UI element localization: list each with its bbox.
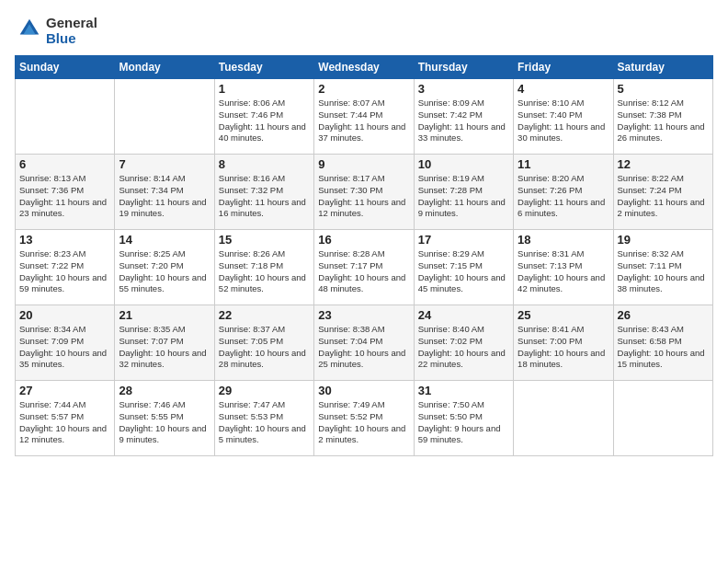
calendar-week-row: 27Sunrise: 7:44 AM Sunset: 5:57 PM Dayli…	[16, 381, 713, 456]
calendar-cell: 19Sunrise: 8:32 AM Sunset: 7:11 PM Dayli…	[613, 230, 712, 305]
calendar-body: 1Sunrise: 8:06 AM Sunset: 7:46 PM Daylig…	[16, 79, 713, 456]
calendar-week-row: 20Sunrise: 8:34 AM Sunset: 7:09 PM Dayli…	[16, 305, 713, 381]
day-info: Sunrise: 8:29 AM Sunset: 7:15 PM Dayligh…	[418, 248, 509, 295]
day-number: 18	[518, 233, 609, 247]
day-number: 21	[119, 308, 210, 322]
logo: General Blue	[15, 15, 97, 46]
day-number: 23	[318, 308, 409, 322]
calendar-cell: 7Sunrise: 8:14 AM Sunset: 7:34 PM Daylig…	[115, 155, 214, 230]
calendar-cell: 10Sunrise: 8:19 AM Sunset: 7:28 PM Dayli…	[414, 155, 513, 230]
day-number: 17	[418, 233, 509, 247]
calendar-cell: 14Sunrise: 8:25 AM Sunset: 7:20 PM Dayli…	[115, 230, 214, 305]
day-number: 19	[618, 233, 709, 247]
day-number: 3	[418, 82, 509, 96]
day-number: 25	[518, 308, 609, 322]
day-number: 13	[19, 233, 110, 247]
calendar-cell: 30Sunrise: 7:49 AM Sunset: 5:52 PM Dayli…	[314, 381, 414, 456]
day-number: 15	[219, 233, 310, 247]
calendar-cell: 3Sunrise: 8:09 AM Sunset: 7:42 PM Daylig…	[414, 79, 513, 155]
day-info: Sunrise: 8:13 AM Sunset: 7:36 PM Dayligh…	[19, 173, 110, 220]
weekday-header: Wednesday	[314, 56, 414, 79]
day-info: Sunrise: 8:06 AM Sunset: 7:46 PM Dayligh…	[219, 98, 310, 144]
day-number: 14	[119, 233, 210, 247]
calendar-cell: 11Sunrise: 8:20 AM Sunset: 7:26 PM Dayli…	[514, 155, 613, 230]
day-number: 24	[418, 308, 509, 322]
weekday-header: Sunday	[16, 56, 115, 79]
day-number: 26	[618, 308, 709, 322]
weekday-header: Saturday	[613, 56, 712, 79]
calendar-cell	[613, 381, 712, 456]
calendar-cell: 29Sunrise: 7:47 AM Sunset: 5:53 PM Dayli…	[214, 381, 313, 456]
day-info: Sunrise: 8:31 AM Sunset: 7:13 PM Dayligh…	[518, 248, 609, 295]
calendar-cell: 1Sunrise: 8:06 AM Sunset: 7:46 PM Daylig…	[214, 79, 313, 155]
day-info: Sunrise: 7:47 AM Sunset: 5:53 PM Dayligh…	[219, 399, 310, 446]
page-container: General Blue SundayMondayTuesdayWednesda…	[0, 0, 728, 464]
calendar-cell: 28Sunrise: 7:46 AM Sunset: 5:55 PM Dayli…	[115, 381, 214, 456]
calendar-cell: 15Sunrise: 8:26 AM Sunset: 7:18 PM Dayli…	[214, 230, 313, 305]
calendar-cell: 18Sunrise: 8:31 AM Sunset: 7:13 PM Dayli…	[514, 230, 613, 305]
day-info: Sunrise: 8:43 AM Sunset: 6:58 PM Dayligh…	[618, 324, 709, 371]
calendar-cell	[514, 381, 613, 456]
day-info: Sunrise: 8:09 AM Sunset: 7:42 PM Dayligh…	[418, 98, 509, 144]
day-info: Sunrise: 8:35 AM Sunset: 7:07 PM Dayligh…	[119, 324, 210, 371]
day-info: Sunrise: 8:37 AM Sunset: 7:05 PM Dayligh…	[219, 324, 310, 371]
day-number: 6	[19, 157, 110, 171]
day-number: 27	[19, 384, 110, 397]
calendar-cell: 25Sunrise: 8:41 AM Sunset: 7:00 PM Dayli…	[514, 305, 613, 381]
day-info: Sunrise: 8:26 AM Sunset: 7:18 PM Dayligh…	[219, 248, 310, 295]
day-info: Sunrise: 7:46 AM Sunset: 5:55 PM Dayligh…	[119, 399, 210, 446]
day-info: Sunrise: 7:49 AM Sunset: 5:52 PM Dayligh…	[318, 399, 409, 446]
logo-icon	[17, 16, 42, 41]
calendar-cell: 20Sunrise: 8:34 AM Sunset: 7:09 PM Dayli…	[16, 305, 115, 381]
calendar-cell: 12Sunrise: 8:22 AM Sunset: 7:24 PM Dayli…	[613, 155, 712, 230]
day-info: Sunrise: 8:07 AM Sunset: 7:44 PM Dayligh…	[318, 98, 409, 144]
calendar-cell	[115, 79, 214, 155]
day-info: Sunrise: 8:20 AM Sunset: 7:26 PM Dayligh…	[518, 173, 609, 220]
calendar-cell: 27Sunrise: 7:44 AM Sunset: 5:57 PM Dayli…	[16, 381, 115, 456]
day-info: Sunrise: 8:23 AM Sunset: 7:22 PM Dayligh…	[19, 248, 110, 295]
calendar-week-row: 13Sunrise: 8:23 AM Sunset: 7:22 PM Dayli…	[16, 230, 713, 305]
day-info: Sunrise: 8:14 AM Sunset: 7:34 PM Dayligh…	[119, 173, 210, 220]
weekday-header: Friday	[514, 56, 613, 79]
calendar-cell: 9Sunrise: 8:17 AM Sunset: 7:30 PM Daylig…	[314, 155, 414, 230]
day-info: Sunrise: 8:25 AM Sunset: 7:20 PM Dayligh…	[119, 248, 210, 295]
logo-blue: Blue	[46, 30, 97, 46]
day-info: Sunrise: 8:16 AM Sunset: 7:32 PM Dayligh…	[219, 173, 310, 220]
day-number: 8	[219, 157, 310, 171]
day-number: 31	[418, 384, 509, 397]
day-number: 2	[318, 82, 409, 96]
calendar-cell: 17Sunrise: 8:29 AM Sunset: 7:15 PM Dayli…	[414, 230, 513, 305]
logo-general: General	[46, 15, 97, 30]
day-info: Sunrise: 8:40 AM Sunset: 7:02 PM Dayligh…	[418, 324, 509, 371]
calendar-cell: 16Sunrise: 8:28 AM Sunset: 7:17 PM Dayli…	[314, 230, 414, 305]
calendar-cell: 4Sunrise: 8:10 AM Sunset: 7:40 PM Daylig…	[514, 79, 613, 155]
calendar-cell: 13Sunrise: 8:23 AM Sunset: 7:22 PM Dayli…	[16, 230, 115, 305]
day-number: 5	[618, 82, 709, 96]
day-number: 7	[119, 157, 210, 171]
day-info: Sunrise: 8:10 AM Sunset: 7:40 PM Dayligh…	[518, 98, 609, 144]
day-number: 9	[318, 157, 409, 171]
calendar-cell: 26Sunrise: 8:43 AM Sunset: 6:58 PM Dayli…	[613, 305, 712, 381]
calendar-week-row: 1Sunrise: 8:06 AM Sunset: 7:46 PM Daylig…	[16, 79, 713, 155]
day-info: Sunrise: 8:12 AM Sunset: 7:38 PM Dayligh…	[618, 98, 709, 144]
calendar-cell: 21Sunrise: 8:35 AM Sunset: 7:07 PM Dayli…	[115, 305, 214, 381]
calendar-cell: 22Sunrise: 8:37 AM Sunset: 7:05 PM Dayli…	[214, 305, 313, 381]
day-number: 22	[219, 308, 310, 322]
calendar-cell: 8Sunrise: 8:16 AM Sunset: 7:32 PM Daylig…	[214, 155, 313, 230]
calendar-week-row: 6Sunrise: 8:13 AM Sunset: 7:36 PM Daylig…	[16, 155, 713, 230]
day-number: 4	[518, 82, 609, 96]
calendar-cell: 2Sunrise: 8:07 AM Sunset: 7:44 PM Daylig…	[314, 79, 414, 155]
calendar-cell: 23Sunrise: 8:38 AM Sunset: 7:04 PM Dayli…	[314, 305, 414, 381]
day-info: Sunrise: 7:50 AM Sunset: 5:50 PM Dayligh…	[418, 399, 509, 446]
day-info: Sunrise: 8:17 AM Sunset: 7:30 PM Dayligh…	[318, 173, 409, 220]
day-number: 16	[318, 233, 409, 247]
day-number: 10	[418, 157, 509, 171]
day-info: Sunrise: 8:38 AM Sunset: 7:04 PM Dayligh…	[318, 324, 409, 371]
calendar-cell	[16, 79, 115, 155]
day-number: 29	[219, 384, 310, 397]
day-info: Sunrise: 8:32 AM Sunset: 7:11 PM Dayligh…	[618, 248, 709, 295]
calendar-cell: 6Sunrise: 8:13 AM Sunset: 7:36 PM Daylig…	[16, 155, 115, 230]
day-info: Sunrise: 8:34 AM Sunset: 7:09 PM Dayligh…	[19, 324, 110, 371]
calendar-header: SundayMondayTuesdayWednesdayThursdayFrid…	[16, 56, 713, 79]
day-info: Sunrise: 8:22 AM Sunset: 7:24 PM Dayligh…	[618, 173, 709, 220]
